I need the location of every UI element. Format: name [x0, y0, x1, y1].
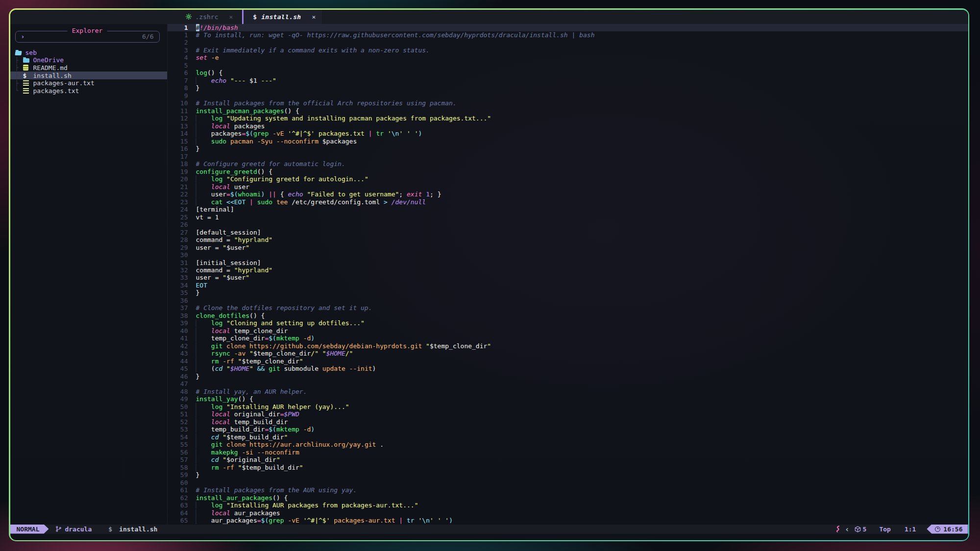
code-line[interactable]: 8} — [168, 84, 968, 92]
mode-badge: NORMAL — [10, 525, 49, 534]
code-line[interactable]: 29user = "$user" — [168, 244, 968, 251]
code-line[interactable]: 4set -e — [168, 54, 968, 61]
close-icon[interactable]: × — [229, 13, 233, 21]
code-line[interactable]: 49install_yay() { — [168, 395, 968, 403]
line-content: ▏ (cd "$HOME" && git submodule update --… — [196, 365, 968, 372]
line-number: 43 — [168, 350, 196, 357]
code-line[interactable]: 42▏ git clone https://github.com/sebday/… — [168, 342, 968, 350]
clock-time: 16:56 — [943, 526, 962, 533]
code-line[interactable]: 1#!/bin/bash — [168, 24, 968, 31]
file-item-install.sh[interactable]: ├$install.sh — [10, 72, 167, 79]
explorer-item-count: 6/6 — [142, 33, 153, 40]
code-line[interactable]: 33user = "$user" — [168, 274, 968, 281]
line-number: 29 — [168, 244, 196, 251]
code-line[interactable]: 18# Configure greetd for automatic login… — [168, 160, 968, 168]
code-line[interactable]: 59} — [168, 471, 968, 479]
line-content: ▏ makepkg -si --noconfirm — [196, 449, 968, 456]
code-line[interactable]: 15▏ sudo pacman -Syu --noconfirm $packag… — [168, 138, 968, 145]
code-line[interactable]: 43▏ rsync -av "$temp_clone_dir/" "$HOME/… — [168, 350, 968, 357]
code-line[interactable]: 21▏ local user — [168, 183, 968, 191]
line-content: vt = 1 — [196, 214, 968, 221]
file-item-OneDrive[interactable]: ├OneDrive — [10, 56, 167, 64]
code-line[interactable]: 64▏ local aur_packages — [168, 509, 968, 517]
editor-buffer[interactable]: 1#!/bin/bash1# To install, run: wget -qO… — [168, 24, 968, 525]
file-item-label: packages.txt — [33, 87, 79, 95]
code-line[interactable]: 26 — [168, 221, 968, 228]
code-line[interactable]: 46} — [168, 373, 968, 380]
code-line[interactable]: 50▏ log "Installing AUR helper (yay)..." — [168, 403, 968, 410]
code-line[interactable]: 62install_aur_packages() { — [168, 494, 968, 502]
code-line[interactable]: 24[terminal] — [168, 206, 968, 213]
line-content: ▏ local user — [196, 183, 968, 191]
code-line[interactable]: 13▏ local packages — [168, 122, 968, 130]
line-number: 48 — [168, 388, 196, 395]
line-content: set -e — [196, 54, 968, 61]
explorer-filter-input[interactable]: Explorer › 6/6 — [15, 31, 160, 43]
code-line[interactable]: 38clone_dotfiles() { — [168, 312, 968, 319]
text-icon — [23, 80, 30, 86]
code-line[interactable]: 32command = "hyprland" — [168, 266, 968, 274]
code-line[interactable]: 2 — [168, 39, 968, 46]
code-line[interactable]: 44▏ rm -rf "$temp_clone_dir" — [168, 358, 968, 365]
code-line[interactable]: 36 — [168, 297, 968, 304]
command-line[interactable] — [10, 534, 968, 540]
file-item-seb[interactable]: seb — [10, 49, 167, 57]
code-line[interactable]: 41▏ temp_clone_dir=$(mktemp -d) — [168, 335, 968, 342]
line-content: install_pacman_packages() { — [196, 107, 968, 115]
code-line[interactable]: 30 — [168, 251, 968, 259]
code-line[interactable]: 20▏ log "Configuring greetd for autologi… — [168, 175, 968, 183]
code-line[interactable]: 53▏ temp_build_dir=$(mktemp -d) — [168, 426, 968, 433]
code-line[interactable]: 28command = "hyprland" — [168, 236, 968, 243]
code-line[interactable]: 25vt = 1 — [168, 214, 968, 221]
code-line[interactable]: 10# Install packages from the official A… — [168, 99, 968, 107]
code-line[interactable]: 27[default_session] — [168, 229, 968, 236]
code-line[interactable]: 63▏ log "Installing AUR packages from pa… — [168, 502, 968, 509]
code-line[interactable]: 56▏ makepkg -si --noconfirm — [168, 449, 968, 456]
code-line[interactable]: 47 — [168, 380, 968, 387]
code-line[interactable]: 17 — [168, 153, 968, 160]
code-line[interactable]: 45▏ (cd "$HOME" && git submodule update … — [168, 365, 968, 372]
code-line[interactable]: 23▏ cat <<EOT | sudo tee /etc/greetd/con… — [168, 198, 968, 206]
line-content: configure_greetd() { — [196, 168, 968, 175]
code-line[interactable]: 9 — [168, 92, 968, 99]
code-line[interactable]: 19configure_greetd() { — [168, 168, 968, 175]
code-line[interactable]: 52▏ local temp_build_dir — [168, 418, 968, 426]
code-line[interactable]: 60 — [168, 479, 968, 486]
code-line[interactable]: 61# Install packages from the AUR using … — [168, 486, 968, 494]
code-line[interactable]: 12▏ log "Updating system and installing … — [168, 115, 968, 122]
code-line[interactable]: 5 — [168, 62, 968, 69]
code-line[interactable]: 58▏ rm -rf "$temp_build_dir" — [168, 464, 968, 471]
code-line[interactable]: 1# To install, run: wget -qO- https://ra… — [168, 31, 968, 39]
code-line[interactable]: 35} — [168, 289, 968, 296]
code-line[interactable]: 14▏ packages=$(grep -vE '^#|^$' packages… — [168, 130, 968, 137]
code-line[interactable]: 65▏ aur_packages=$(grep -vE '^#|^$' pack… — [168, 517, 968, 524]
line-number: 52 — [168, 418, 196, 426]
code-line[interactable]: 48# Install yay, an AUR helper. — [168, 388, 968, 395]
code-line[interactable]: 31[initial_session] — [168, 259, 968, 266]
line-number: 50 — [168, 403, 196, 410]
code-line[interactable]: 6log() { — [168, 69, 968, 76]
code-line[interactable]: 3# Exit immediately if a command exits w… — [168, 47, 968, 54]
code-line[interactable]: 37# Clone the dotfiles repository and se… — [168, 304, 968, 311]
code-line[interactable]: 57▏ cd "$original_dir" — [168, 456, 968, 463]
tab-install-sh[interactable]: $ install.sh × — [242, 10, 322, 24]
file-item-README.md[interactable]: ├README.md — [10, 64, 167, 72]
tab-zshrc[interactable]: .zshrc × — [179, 10, 240, 24]
file-item-packages-aur.txt[interactable]: ├packages-aur.txt — [10, 79, 167, 87]
code-line[interactable]: 22▏ user=$(whoami) || { echo "Failed to … — [168, 191, 968, 198]
code-line[interactable]: 51▏ local original_dir=$PWD — [168, 410, 968, 418]
code-line[interactable]: 39▏ log "Cloning and setting up dotfiles… — [168, 319, 968, 327]
code-line[interactable]: 54▏ cd "$temp_build_dir" — [168, 433, 968, 441]
tab-label: .zshrc — [196, 13, 219, 21]
code-line[interactable]: 11install_pacman_packages() { — [168, 107, 968, 115]
file-item-packages.txt[interactable]: └packages.txt — [10, 87, 167, 95]
close-icon[interactable]: × — [312, 13, 316, 21]
code-line[interactable]: 16} — [168, 145, 968, 152]
line-number: 20 — [168, 175, 196, 183]
code-line[interactable]: 40▏ local temp_clone_dir — [168, 327, 968, 335]
line-number: 46 — [168, 373, 196, 380]
code-line[interactable]: 7▏ echo "--- $1 ---" — [168, 77, 968, 84]
code-line[interactable]: 34EOT — [168, 282, 968, 289]
git-branch-name: dracula — [65, 526, 92, 533]
code-line[interactable]: 55▏ git clone https://aur.archlinux.org/… — [168, 441, 968, 448]
